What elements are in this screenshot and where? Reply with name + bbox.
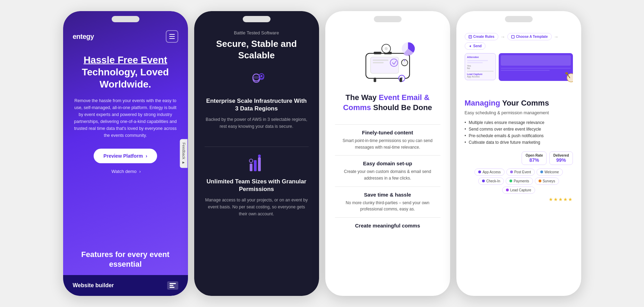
phone4-title: Managing Your Comms — [465, 98, 573, 108]
phone1-features-section: Features for every event essential — [73, 250, 178, 269]
phone3-f4-title: Create meaningful comms — [335, 223, 440, 229]
phone1-nav: entegy — [73, 30, 178, 43]
svg-point-12 — [258, 155, 261, 157]
phone2-feature1-desc: Backed by the power of AWS in 3 selectab… — [205, 116, 309, 130]
svg-rect-15 — [372, 60, 388, 61]
workflow-step-3: Send — [465, 42, 486, 50]
phone3-f3-title: Save time & hassle — [335, 192, 440, 198]
website-icon — [167, 281, 178, 290]
phone4-bullet-2: Send comms over entire event lifecycle — [465, 127, 573, 132]
svg-point-24 — [385, 47, 388, 50]
phone1-bottom-bar-label: Website builder — [73, 282, 114, 289]
chip-lead-capture: Lead Capture — [502, 186, 535, 194]
arrow-right-icon: › — [139, 169, 140, 174]
phone3-f1-title: Finely-tuned content — [335, 130, 440, 135]
svg-rect-28 — [400, 78, 402, 82]
phone4-analytics: Open Rate 87% Delivered 99% App Access — [465, 151, 573, 221]
phone2-feature-2: Unlimited Team Sizes with Granular Permi… — [205, 154, 309, 217]
svg-rect-18 — [373, 52, 381, 54]
arrow-icon: › — [146, 153, 147, 159]
svg-rect-10 — [258, 157, 261, 171]
svg-rect-29 — [469, 35, 472, 38]
phone3-divider-4 — [335, 217, 440, 218]
chip-post-event: Post Event — [506, 168, 535, 176]
svg-rect-2 — [170, 287, 174, 288]
workflow-step-2: Choose A Template — [507, 33, 552, 40]
phone-3: + The Way Event Email & Comms Should Be … — [325, 11, 450, 296]
svg-point-17 — [390, 59, 398, 67]
workflow-arrow-1: → — [500, 34, 505, 40]
toaster-illustration: + — [357, 30, 419, 86]
phone4-subtitle: Easy scheduling & permission management — [465, 110, 573, 115]
phone1-features-title: Features for every event essential — [73, 250, 178, 269]
phone3-divider-1 — [335, 124, 440, 125]
preview-platform-button[interactable]: Preview Platform › — [94, 149, 157, 163]
phone3-f2-desc: Create your own custom domains & email s… — [335, 168, 440, 181]
phone2-title: Secure, Stable and Scalable — [205, 38, 309, 61]
svg-rect-32 — [512, 35, 514, 38]
phone3-divider-2 — [335, 155, 440, 156]
svg-rect-30 — [470, 36, 471, 36]
feedback-arrow-icon: ▲ — [182, 161, 186, 165]
phone-1: entegy Hassle Free Event Technology, Lov… — [63, 11, 188, 296]
phones-container: entegy Hassle Free Event Technology, Lov… — [63, 11, 581, 296]
database-icon — [246, 73, 267, 92]
svg-rect-21 — [404, 59, 405, 61]
phone3-divider-3 — [335, 186, 440, 187]
phone2-feature2-title: Unlimited Team Sizes with Granular Permi… — [205, 178, 309, 193]
phone2-subtitle: Battle Tested Software — [205, 30, 309, 35]
phone3-title: The Way Event Email & Comms Should Be Do… — [335, 93, 440, 113]
phone-2: Battle Tested Software Secure, Stable an… — [194, 11, 319, 296]
svg-rect-9 — [254, 160, 257, 171]
phone1-hero-title: Hassle Free Event Technology, Loved Worl… — [73, 54, 178, 90]
svg-point-7 — [260, 75, 263, 77]
phone4-workflow-diagram: Create Rules → Choose A Template → Send — [465, 30, 573, 93]
svg-rect-0 — [170, 283, 176, 284]
feedback-tab[interactable]: Feedback ▲ — [180, 139, 188, 168]
phone2-feature2-desc: Manage access to all your projects, or o… — [205, 197, 309, 217]
hamburger-icon[interactable] — [166, 30, 178, 43]
phone2-feature1-title: Enterprise Scale Infrastructure With 3 D… — [205, 97, 309, 113]
chip-checkin: Check-In — [478, 177, 504, 185]
phone4-bullet-4: Cultivate data to drive future marketing — [465, 140, 573, 145]
svg-rect-31 — [470, 37, 471, 37]
phone3-f1-desc: Smart point-in-time permissions so you c… — [335, 138, 440, 150]
chip-payments: Payments — [506, 177, 533, 185]
chip-welcome: Welcome — [536, 168, 563, 176]
phone4-bullet-3: Pre-schedule emails & push notifications — [465, 133, 573, 138]
phone2-feature-1: Enterprise Scale Infrastructure With 3 D… — [205, 73, 309, 130]
team-icon — [246, 154, 267, 173]
svg-rect-27 — [373, 78, 376, 82]
workflow-arrow-2: → — [554, 34, 559, 40]
phone1-hero-desc: Remove the hassle from your events with … — [73, 97, 178, 139]
phone2-divider-1 — [205, 147, 309, 147]
svg-point-11 — [249, 159, 253, 163]
svg-point-34 — [565, 72, 568, 74]
watch-demo-link[interactable]: Watch demo › — [73, 169, 178, 174]
phone4-bullet-1: Multiple rules ensure message relevance — [465, 120, 573, 125]
phone1-bottom-bar: Website builder — [63, 275, 188, 296]
chip-surveys: Surveys — [535, 177, 559, 185]
svg-rect-1 — [170, 285, 173, 286]
phone1-logo: entegy — [73, 33, 94, 41]
svg-rect-8 — [250, 164, 252, 171]
chip-app-access: App Access — [474, 168, 504, 176]
workflow-step-1: Create Rules — [465, 33, 498, 40]
svg-point-4 — [253, 76, 260, 79]
phone-4: Create Rules → Choose A Template → Send — [456, 11, 581, 296]
svg-rect-16 — [372, 62, 384, 64]
phone3-f3-desc: No more clunky third-parties – send your… — [335, 200, 440, 213]
phone3-f2-title: Easy domain set-up — [335, 160, 440, 166]
